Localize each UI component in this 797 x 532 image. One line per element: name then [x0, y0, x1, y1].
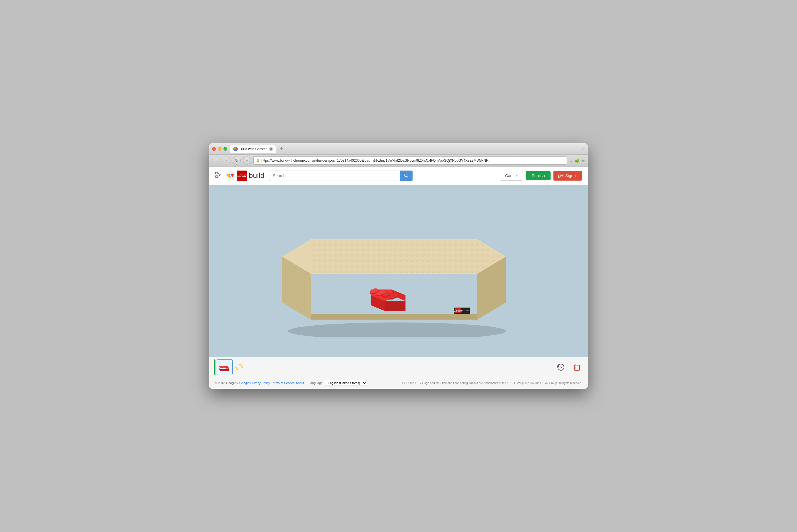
- baseplate-svg: LEGO No. 8325950: [282, 191, 506, 337]
- svg-line-4: [218, 173, 221, 175]
- svg-rect-3: [215, 176, 218, 177]
- svg-marker-56: [235, 366, 236, 368]
- svg-rect-2: [215, 172, 218, 174]
- privacy-link[interactable]: Google Privacy Policy: [239, 381, 270, 385]
- svg-line-12: [407, 176, 408, 177]
- search-input[interactable]: [269, 171, 400, 181]
- svg-marker-24: [385, 301, 405, 311]
- title-bar: Build with Chrome ✕ + ⤢: [209, 143, 588, 155]
- delete-button[interactable]: [570, 361, 583, 374]
- window-controls: ⤢: [582, 147, 585, 151]
- search-button[interactable]: [400, 171, 413, 181]
- url-bar[interactable]: 🔒 https://www.buildwithchrome.com/m/buil…: [253, 156, 567, 165]
- extension-icon[interactable]: 🧩: [575, 158, 580, 163]
- tab-bar: Build with Chrome ✕ +: [230, 145, 582, 153]
- address-bar: ‹ › ↻ ⌂ 🔒 https://www.buildwithchrome.co…: [209, 155, 588, 167]
- language-dropdown[interactable]: English (United States): [325, 380, 367, 386]
- brick-tray: [214, 359, 244, 375]
- traffic-lights: [212, 147, 227, 151]
- ssl-icon: 🔒: [256, 159, 260, 163]
- gplus-icon: g+: [558, 173, 563, 178]
- svg-line-5: [218, 175, 221, 176]
- canvas-area[interactable]: LEGO No. 8325950: [209, 185, 588, 357]
- tool-actions: [555, 361, 583, 374]
- tab-close-button[interactable]: ✕: [269, 147, 273, 151]
- footer-left: © 2013 Google - Google Privacy Policy Te…: [215, 380, 367, 386]
- tab-favicon: [233, 147, 238, 151]
- back-button[interactable]: ‹: [212, 156, 220, 165]
- publish-button[interactable]: Publish: [526, 171, 550, 180]
- svg-marker-48: [220, 369, 229, 371]
- footer-right: LEGO, the LEGO logo and the Brick and kn…: [400, 381, 582, 385]
- menu-icon[interactable]: ☰: [581, 158, 585, 163]
- svg-marker-49: [219, 368, 220, 371]
- tray-indicator: [214, 359, 215, 375]
- bookmark-icon[interactable]: ☆: [569, 158, 573, 163]
- terms-link[interactable]: Terms of Service: [271, 381, 295, 385]
- language-label: Language:: [309, 381, 324, 385]
- svg-point-15: [288, 322, 506, 337]
- header-actions: Cancel Publish g+ Sign in: [500, 171, 582, 180]
- signin-label: Sign in: [565, 173, 578, 178]
- history-button[interactable]: [555, 361, 567, 374]
- svg-point-41: [382, 293, 388, 297]
- close-button[interactable]: [212, 147, 216, 151]
- refresh-button[interactable]: ↻: [233, 156, 241, 165]
- svg-point-37: [370, 290, 376, 293]
- svg-point-10: [230, 175, 231, 176]
- home-button[interactable]: ⌂: [243, 156, 251, 165]
- about-link[interactable]: About: [296, 381, 304, 385]
- cancel-button[interactable]: Cancel: [500, 171, 523, 180]
- build-label: build: [249, 171, 265, 180]
- browser-window: Build with Chrome ✕ + ⤢ ‹ › ↻ ⌂ 🔒 https:…: [209, 143, 588, 389]
- svg-point-39: [376, 292, 382, 295]
- svg-marker-55: [242, 366, 243, 368]
- brick-preview: [219, 363, 230, 372]
- language-select: Language: English (United States): [309, 380, 367, 386]
- footer-toolbar: [209, 357, 588, 377]
- rotate-button[interactable]: [234, 362, 244, 372]
- brick-slot-1[interactable]: [217, 359, 233, 375]
- restore-icon[interactable]: ⤢: [582, 147, 585, 151]
- app-header: LEGO build Cancel Publish g+ Sign in: [209, 167, 588, 185]
- minimize-button[interactable]: [218, 147, 221, 151]
- share-button[interactable]: [215, 172, 221, 179]
- svg-text:No. 8325950: No. 8325950: [458, 309, 470, 311]
- svg-rect-61: [576, 364, 578, 365]
- url-text: https://www.buildwithchrome.com/m/builde…: [261, 158, 491, 163]
- svg-point-54: [225, 367, 229, 368]
- search-icon: [404, 173, 409, 178]
- svg-marker-22: [284, 240, 504, 273]
- signin-button[interactable]: g+ Sign in: [554, 171, 582, 180]
- rotate-icon: [235, 363, 243, 371]
- history-icon: [557, 363, 565, 371]
- copyright-text: © 2013 Google -: [215, 381, 238, 385]
- baseplate-wrapper: LEGO No. 8325950: [282, 191, 506, 337]
- legal-text: LEGO, the LEGO logo and the Brick and kn…: [400, 381, 582, 385]
- svg-point-52: [220, 366, 223, 367]
- page-footer: © 2013 Google - Google Privacy Policy Te…: [209, 377, 588, 389]
- logo-group: LEGO build: [226, 171, 265, 181]
- tab-title: Build with Chrome: [239, 147, 267, 151]
- new-tab-button[interactable]: +: [278, 145, 285, 153]
- svg-point-43: [389, 295, 395, 298]
- url-actions: ☆ 🧩 ☰: [569, 158, 585, 163]
- svg-point-53: [223, 366, 225, 368]
- share-icon: [215, 172, 221, 178]
- chrome-logo: [226, 171, 235, 180]
- search-container: [269, 171, 413, 181]
- trash-icon: [573, 363, 581, 371]
- lego-logo: LEGO: [237, 171, 247, 181]
- maximize-button[interactable]: [223, 147, 227, 151]
- forward-button[interactable]: ›: [222, 156, 230, 165]
- active-tab[interactable]: Build with Chrome ✕: [230, 145, 276, 153]
